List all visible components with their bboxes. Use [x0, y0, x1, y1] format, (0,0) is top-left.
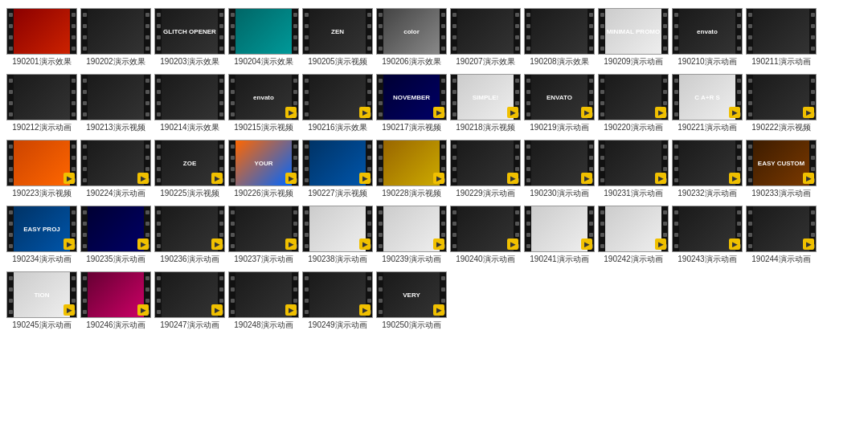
film-item-190228[interactable]: ▶190228演示视频 — [376, 140, 447, 199]
film-hole — [526, 244, 530, 248]
film-hole — [748, 90, 752, 94]
film-hole — [293, 79, 297, 83]
film-strip-left — [377, 272, 383, 317]
film-hole — [379, 101, 383, 105]
badge-190247: ▶ — [211, 304, 223, 316]
film-hole — [515, 101, 519, 105]
film-content-inner — [605, 206, 661, 251]
film-item-190250[interactable]: ▶VERY190250演示动画 — [376, 271, 447, 331]
film-item-190202[interactable]: 190202演示效果 — [80, 8, 151, 67]
film-strip-left — [229, 9, 235, 54]
film-item-190222[interactable]: ▶190222演示视频 — [746, 74, 817, 133]
film-hole — [219, 276, 223, 280]
film-strip-left — [451, 9, 457, 54]
film-item-190246[interactable]: ▶190246演示动画 — [80, 271, 151, 331]
film-hole — [219, 167, 223, 171]
film-item-190234[interactable]: ▶EASY PROJ190234演示动画 — [6, 206, 77, 265]
film-hole — [145, 112, 149, 116]
film-item-190229[interactable]: ▶190229演示动画 — [450, 140, 521, 199]
film-item-190236[interactable]: ▶190236演示动画 — [154, 206, 225, 265]
film-hole — [305, 79, 309, 83]
film-item-190203[interactable]: GLITCH OPENER190203演示效果 — [154, 8, 225, 67]
film-hole — [441, 24, 445, 28]
film-label-190208: 190208演示效果 — [530, 56, 588, 67]
film-item-190215[interactable]: ▶envato190215演示视频 — [228, 74, 299, 133]
film-hole — [145, 35, 149, 39]
film-item-190239[interactable]: ▶190239演示动画 — [376, 206, 447, 265]
film-item-190226[interactable]: ▶YOUR190226演示视频 — [228, 140, 299, 199]
film-item-190207[interactable]: 190207演示效果 — [450, 8, 521, 67]
film-item-190219[interactable]: ▶ENVATO190219演示动画 — [524, 74, 595, 133]
film-hole — [293, 90, 297, 94]
film-item-190230[interactable]: ▶190230演示动画 — [524, 140, 595, 199]
film-item-190237[interactable]: ▶190237演示动画 — [228, 206, 299, 265]
film-item-190216[interactable]: ▶190216演示效果 — [302, 74, 373, 133]
film-hole — [600, 222, 604, 226]
film-strip-left — [81, 9, 88, 54]
film-hole — [663, 24, 667, 28]
film-hole — [600, 145, 604, 149]
film-thumb-190218: ▶SIMPLE! — [450, 74, 521, 120]
film-item-190211[interactable]: 190211演示动画 — [746, 8, 817, 67]
film-item-190235[interactable]: ▶190235演示动画 — [80, 206, 151, 265]
film-item-190204[interactable]: 190204演示效果 — [228, 8, 299, 67]
film-item-190221[interactable]: ▶C A+R S190221演示动画 — [672, 74, 743, 133]
film-thumb-190224: ▶ — [80, 140, 151, 186]
film-item-190208[interactable]: 190208演示效果 — [524, 8, 595, 67]
film-item-190238[interactable]: ▶190238演示动画 — [302, 206, 373, 265]
film-hole — [379, 13, 383, 17]
film-hole — [452, 233, 457, 237]
film-hole — [231, 276, 235, 280]
film-item-190244[interactable]: ▶190244演示动画 — [746, 206, 817, 265]
film-hole — [231, 112, 235, 116]
film-hole — [145, 222, 149, 226]
film-item-190233[interactable]: ▶EASY CUSTOM190233演示动画 — [746, 140, 817, 199]
film-item-190232[interactable]: ▶190232演示动画 — [672, 140, 743, 199]
film-item-190217[interactable]: ▶NOVEMBER190217演示视频 — [376, 74, 447, 133]
film-strip-left — [377, 141, 383, 186]
film-item-190243[interactable]: ▶190243演示动画 — [672, 206, 743, 265]
film-label-190244: 190244演示动画 — [751, 254, 810, 265]
film-item-190240[interactable]: ▶190240演示动画 — [450, 206, 521, 265]
film-thumb-190213 — [80, 74, 151, 120]
film-item-190213[interactable]: 190213演示视频 — [80, 74, 151, 133]
film-hole — [157, 47, 161, 51]
film-item-190220[interactable]: ▶190220演示动画 — [598, 74, 669, 133]
badge-190217: ▶ — [433, 107, 444, 118]
film-item-190201[interactable]: 190201演示效果 — [6, 8, 77, 67]
film-item-190205[interactable]: ZEN190205演示视频 — [302, 8, 373, 67]
film-thumb-190237: ▶ — [228, 206, 299, 252]
film-content — [531, 9, 588, 54]
film-item-190225[interactable]: ▶ZOE190225演示视频 — [154, 140, 225, 199]
film-thumb-190234: ▶EASY PROJ — [6, 206, 77, 252]
film-label-190221: 190221演示动画 — [678, 122, 736, 133]
film-item-190224[interactable]: ▶190224演示动画 — [80, 140, 151, 199]
film-hole — [674, 79, 678, 83]
film-item-190214[interactable]: 190214演示效果 — [154, 74, 225, 133]
film-item-190212[interactable]: 190212演示动画 — [6, 74, 77, 133]
film-item-190247[interactable]: ▶190247演示动画 — [154, 271, 225, 331]
film-hole — [83, 310, 87, 314]
film-item-190210[interactable]: envato190210演示动画 — [672, 8, 743, 67]
film-hole — [441, 167, 445, 171]
film-hole — [737, 145, 741, 149]
film-item-190248[interactable]: ▶190248演示动画 — [228, 271, 299, 331]
film-item-190231[interactable]: ▶190231演示动画 — [598, 140, 669, 199]
film-item-190242[interactable]: ▶190242演示动画 — [598, 206, 669, 265]
film-hole — [83, 35, 87, 39]
film-item-190227[interactable]: ▶190227演示视频 — [302, 140, 373, 199]
film-strip-left — [303, 75, 309, 120]
film-strip-left — [599, 9, 605, 54]
film-strip-left — [303, 9, 309, 54]
badge-190239: ▶ — [433, 238, 444, 250]
film-item-190245[interactable]: ▶TION190245演示动画 — [6, 271, 77, 331]
film-hole — [515, 233, 519, 237]
film-item-190209[interactable]: MINIMAL PROMO190209演示动画 — [598, 8, 669, 67]
film-hole — [305, 244, 309, 248]
film-item-190223[interactable]: ▶190223演示视频 — [6, 140, 77, 199]
film-item-190206[interactable]: color190206演示效果 — [376, 8, 447, 67]
film-item-190249[interactable]: ▶190249演示动画 — [302, 271, 373, 331]
film-item-190241[interactable]: ▶190241演示动画 — [524, 206, 595, 265]
film-strip-left — [599, 141, 605, 186]
film-item-190218[interactable]: ▶SIMPLE!190218演示视频 — [450, 74, 521, 133]
